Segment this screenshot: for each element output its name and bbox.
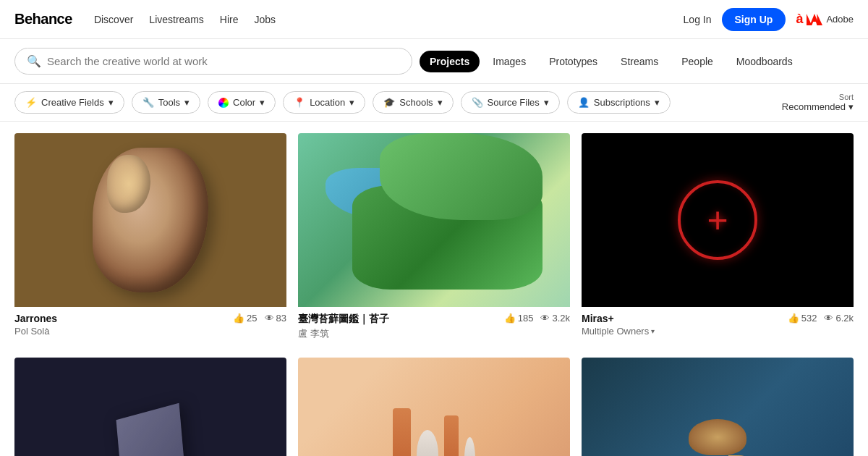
adobe-label: Adobe [826, 14, 854, 25]
like-icon-3: 👍 [788, 313, 799, 324]
nav-right: Log In Sign Up à Adobe [684, 8, 854, 31]
project-author-2: 盧 李筑 [298, 327, 504, 340]
navbar: Behance Discover Livestreams Hire Jobs L… [0, 0, 868, 39]
views-stat-3: 👁 6.2k [824, 313, 854, 324]
search-tabs: Projects Images Prototypes Streams Peopl… [420, 51, 803, 72]
tools-caret: ▾ [184, 97, 190, 108]
circle-art: + [678, 180, 757, 260]
source-files-icon: 📎 [472, 97, 483, 108]
tab-images[interactable]: Images [482, 51, 536, 72]
project-title-3: Miras+ [582, 313, 788, 324]
tab-projects[interactable]: Projects [420, 51, 480, 72]
project-thumb-5 [298, 358, 570, 456]
adobe-logo: à Adobe [796, 12, 854, 27]
likes-stat-1: 👍 25 [233, 313, 257, 324]
tab-moodboards[interactable]: Moodboards [726, 51, 803, 72]
project-stats-2: 👍 185 👁 3.2k [504, 313, 570, 324]
likes-stat-2: 👍 185 [504, 313, 534, 324]
tool-4 [464, 437, 475, 456]
project-stats-1: 👍 25 👁 83 [233, 313, 286, 324]
search-input[interactable] [47, 55, 400, 67]
project-card-row2-left[interactable]: 📁 Save Bē [14, 358, 286, 456]
filter-color[interactable]: Color ▾ [208, 91, 276, 114]
filter-subscriptions[interactable]: 👤 Subscriptions ▾ [567, 91, 671, 114]
project-meta-3: Miras+ Multiple Owners ▾ [582, 313, 788, 337]
like-count-1: 25 [247, 313, 257, 324]
creative-fields-label: Creative Fields [41, 97, 104, 108]
filter-schools[interactable]: 🎓 Schools ▾ [373, 91, 453, 114]
signup-button[interactable]: Sign Up [722, 8, 786, 31]
view-count-3: 6.2k [835, 313, 854, 324]
adobe-svg-icon [807, 14, 822, 25]
tool-2 [417, 430, 438, 456]
tool-3 [444, 415, 459, 456]
project-stats-3: 👍 532 👁 6.2k [788, 313, 854, 324]
view-count-2: 3.2k [552, 313, 570, 324]
schools-icon: 🎓 [383, 97, 395, 108]
nav-hire[interactable]: Hire [220, 14, 239, 25]
project-card-taiwan[interactable]: 臺灣苔蘚圖鑑｜苔子 盧 李筑 👍 185 👁 3.2k [298, 133, 570, 346]
project-title-1: Jarrones [14, 313, 233, 324]
project-card-jarrones[interactable]: Jarrones Pol Solà 👍 25 👁 83 [14, 133, 286, 346]
like-icon-1: 👍 [233, 313, 244, 324]
source-files-caret: ▾ [544, 97, 549, 108]
adobe-icon: à [796, 12, 803, 27]
project-meta-2: 臺灣苔蘚圖鑑｜苔子 盧 李筑 [298, 313, 504, 340]
project-meta-1: Jarrones Pol Solà [14, 313, 233, 337]
fish-body [689, 419, 746, 455]
search-icon: 🔍 [27, 54, 41, 68]
project-info-2: 臺灣苔蘚圖鑑｜苔子 盧 李筑 👍 185 👁 3.2k [298, 307, 570, 346]
landscape-green2 [380, 133, 543, 220]
subscriptions-label: Subscriptions [594, 97, 650, 108]
project-card-miras[interactable]: + Miras+ Multiple Owners ▾ 👍 532 👁 6.2k [582, 133, 854, 346]
location-caret: ▾ [349, 97, 354, 108]
nav-links: Discover Livestreams Hire Jobs [94, 14, 684, 25]
project-info-1: Jarrones Pol Solà 👍 25 👁 83 [14, 307, 286, 342]
filter-creative-fields[interactable]: ⚡ Creative Fields ▾ [14, 91, 124, 114]
tab-streams[interactable]: Streams [610, 51, 668, 72]
tab-people[interactable]: People [671, 51, 723, 72]
filter-tools[interactable]: 🔧 Tools ▾ [132, 91, 200, 114]
views-stat-1: 👁 83 [265, 313, 286, 324]
sort-value[interactable]: Recommended ▾ [782, 101, 854, 112]
project-card-row2-right[interactable] [582, 358, 854, 456]
project-author-3[interactable]: Multiple Owners ▾ [582, 326, 788, 337]
nav-jobs[interactable]: Jobs [254, 14, 276, 25]
subscriptions-icon: 👤 [578, 97, 590, 108]
geo-shape [116, 403, 185, 456]
like-count-2: 185 [518, 313, 534, 324]
project-thumb-1 [14, 133, 286, 307]
project-info-3: Miras+ Multiple Owners ▾ 👍 532 👁 6.2k [582, 307, 854, 342]
tool-1 [393, 408, 411, 456]
tools-art [393, 408, 475, 456]
geo-art [111, 405, 190, 456]
views-stat-2: 👁 3.2k [540, 313, 570, 324]
brand-logo[interactable]: Behance [14, 11, 72, 28]
filter-source-files[interactable]: 📎 Source Files ▾ [461, 91, 560, 114]
nav-discover[interactable]: Discover [94, 14, 133, 25]
creative-fields-caret: ▾ [109, 97, 114, 108]
filter-location[interactable]: 📍 Location ▾ [283, 91, 365, 114]
nav-livestreams[interactable]: Livestreams [149, 14, 203, 25]
view-icon-2: 👁 [540, 313, 550, 324]
project-thumb-3: + [582, 133, 854, 307]
blob-art [93, 148, 208, 292]
location-label: Location [310, 97, 345, 108]
landscape-art [298, 133, 570, 307]
schools-label: Schools [399, 97, 433, 108]
projects-grid: Jarrones Pol Solà 👍 25 👁 83 [0, 122, 868, 456]
tab-prototypes[interactable]: Prototypes [539, 51, 608, 72]
like-count-3: 532 [801, 313, 817, 324]
color-caret: ▾ [260, 97, 265, 108]
color-label: Color [233, 97, 255, 108]
tools-icon: 🔧 [142, 97, 154, 108]
source-files-label: Source Files [488, 97, 540, 108]
search-section: 🔍 Projects Images Prototypes Streams Peo… [0, 39, 868, 84]
login-button[interactable]: Log In [684, 14, 712, 25]
likes-stat-3: 👍 532 [788, 313, 817, 324]
project-title-2: 臺灣苔蘚圖鑑｜苔子 [298, 313, 504, 326]
project-card-row2-mid[interactable] [298, 358, 570, 456]
owners-caret: ▾ [651, 327, 655, 335]
tools-label: Tools [158, 97, 180, 108]
project-thumb-6 [582, 358, 854, 456]
